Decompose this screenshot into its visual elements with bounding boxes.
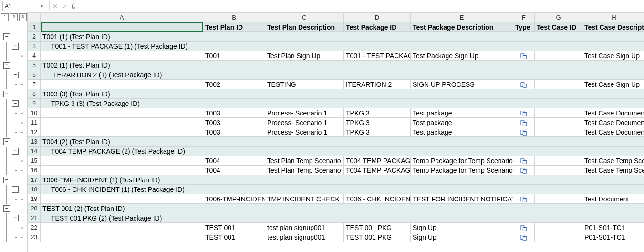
row-header[interactable]: 21 bbox=[28, 213, 41, 223]
cell[interactable]: T001 bbox=[203, 51, 265, 61]
cell[interactable] bbox=[535, 223, 582, 232]
cell[interactable]: TMP INCIDENT CHECK bbox=[265, 194, 344, 204]
cell[interactable]: Process- Scenario 1 bbox=[265, 118, 344, 127]
cell[interactable]: T004 bbox=[203, 156, 265, 166]
cell[interactable] bbox=[41, 232, 203, 242]
col-header-a[interactable]: A bbox=[41, 13, 203, 22]
row-header[interactable]: 4 bbox=[28, 51, 41, 61]
group-row[interactable]: T003 (3) (Test Plan ID) bbox=[41, 89, 644, 99]
cell[interactable]: TESTING bbox=[265, 80, 344, 89]
row-header[interactable]: 13 bbox=[28, 137, 41, 147]
row-header[interactable]: 5 bbox=[28, 61, 41, 70]
cell[interactable]: Test Case Temp Sce bbox=[582, 166, 644, 175]
col-header-g[interactable]: G bbox=[535, 13, 582, 22]
cell[interactable]: Test Case Documen bbox=[582, 127, 644, 137]
worksheet-grid[interactable]: ABCDEFGH1Test Plan IDTest Plan Descripti… bbox=[28, 12, 644, 252]
header-cell-f[interactable]: Type bbox=[513, 22, 535, 32]
outline-collapse-icon[interactable]: − bbox=[3, 177, 10, 183]
col-header-d[interactable]: D bbox=[344, 13, 411, 22]
cell[interactable]: Test Case Documen bbox=[582, 118, 644, 127]
row-header[interactable]: 6 bbox=[28, 70, 41, 80]
row-header[interactable]: 3 bbox=[28, 42, 41, 51]
col-header-c[interactable]: C bbox=[265, 13, 344, 22]
cell[interactable]: TEST 001 bbox=[203, 232, 265, 242]
cell[interactable]: P01-S01-TC1 bbox=[582, 232, 644, 242]
row-header[interactable]: 1 bbox=[28, 22, 41, 32]
type-icon[interactable] bbox=[513, 166, 535, 175]
outline-collapse-icon[interactable]: − bbox=[3, 62, 10, 69]
type-icon[interactable] bbox=[513, 223, 535, 232]
row-header[interactable]: 16 bbox=[28, 166, 41, 175]
row-header[interactable]: 8 bbox=[28, 89, 41, 99]
cell[interactable]: TEST 001 bbox=[203, 223, 265, 232]
cell[interactable]: Test Case Documen bbox=[582, 108, 644, 118]
cell[interactable]: Temp Package for Temp Scenario bbox=[411, 156, 513, 166]
cell[interactable] bbox=[41, 118, 203, 127]
col-header-h[interactable]: H bbox=[582, 13, 644, 22]
cell[interactable]: TEST 001 PKG bbox=[344, 223, 411, 232]
fx-icon[interactable]: fx bbox=[72, 2, 75, 10]
row-header[interactable]: 15 bbox=[28, 156, 41, 166]
cell[interactable]: P01-S01-TC1 bbox=[582, 223, 644, 232]
type-icon[interactable] bbox=[513, 127, 535, 137]
type-icon[interactable] bbox=[513, 80, 535, 89]
cell[interactable]: Test Plan Temp Scenario bbox=[265, 156, 344, 166]
group-row[interactable]: T004 (2) (Test Plan ID) bbox=[41, 137, 644, 147]
cell[interactable]: T004 bbox=[203, 166, 265, 175]
outline-collapse-icon[interactable]: − bbox=[12, 72, 19, 78]
type-icon[interactable] bbox=[513, 232, 535, 242]
cell[interactable] bbox=[41, 108, 203, 118]
cell[interactable]: T006 - CHK INCIDENT bbox=[344, 194, 411, 204]
chevron-down-icon[interactable]: ▼ bbox=[40, 4, 44, 9]
header-cell-h[interactable]: Test Case Descriptio bbox=[582, 22, 644, 32]
enter-icon[interactable]: ✓ bbox=[60, 2, 70, 10]
cancel-icon[interactable]: ✕ bbox=[51, 2, 60, 10]
cell[interactable] bbox=[535, 80, 582, 89]
cell[interactable]: T002 bbox=[203, 80, 265, 89]
outline-collapse-icon[interactable]: − bbox=[12, 215, 19, 221]
cell[interactable]: Test Case Sign Up bbox=[582, 80, 644, 89]
cell[interactable]: TEST FOR INCIDENT NOTIFICATION bbox=[411, 194, 513, 204]
outline-collapse-icon[interactable]: − bbox=[3, 91, 10, 97]
type-icon[interactable] bbox=[513, 156, 535, 166]
row-header[interactable]: 9 bbox=[28, 99, 41, 108]
cell[interactable]: T004 TEMP PACKAGE bbox=[344, 156, 411, 166]
cell[interactable] bbox=[41, 194, 203, 204]
cell[interactable] bbox=[535, 166, 582, 175]
cell[interactable] bbox=[535, 127, 582, 137]
formula-input[interactable] bbox=[77, 1, 644, 11]
name-box[interactable]: A1 ▼ bbox=[2, 1, 46, 11]
cell[interactable] bbox=[535, 194, 582, 204]
cell[interactable]: T003 bbox=[203, 118, 265, 127]
cell[interactable]: Test Plan Temp Scenario bbox=[265, 166, 344, 175]
type-icon[interactable] bbox=[513, 118, 535, 127]
header-cell-b[interactable]: Test Plan ID bbox=[203, 22, 265, 32]
header-cell-d[interactable]: Test Package ID bbox=[344, 22, 411, 32]
row-header[interactable]: 18 bbox=[28, 185, 41, 194]
row-header[interactable]: 14 bbox=[28, 147, 41, 156]
row-header[interactable]: 17 bbox=[28, 175, 41, 185]
cell[interactable]: Process- Scenario 1 bbox=[265, 108, 344, 118]
cell[interactable]: Test Document bbox=[582, 194, 644, 204]
outline-collapse-icon[interactable]: − bbox=[3, 205, 10, 212]
row-header[interactable]: 11 bbox=[28, 118, 41, 127]
type-icon[interactable] bbox=[513, 194, 535, 204]
subgroup-row[interactable]: TEST 001 PKG (2) (Test Package ID) bbox=[41, 213, 644, 223]
col-header-b[interactable]: B bbox=[203, 13, 265, 22]
outline-collapse-icon[interactable]: − bbox=[12, 148, 19, 155]
cell[interactable]: TEST 001 PKG bbox=[344, 232, 411, 242]
cell[interactable]: TPKG 3 bbox=[344, 127, 411, 137]
header-cell-e[interactable]: Test Package Description bbox=[411, 22, 513, 32]
row-header[interactable]: 20 bbox=[28, 204, 41, 213]
header-cell-g[interactable]: Test Case ID bbox=[535, 22, 582, 32]
outline-collapse-icon[interactable]: − bbox=[3, 138, 10, 145]
cell[interactable] bbox=[535, 51, 582, 61]
cell[interactable]: test plan signup001 bbox=[265, 232, 344, 242]
cell[interactable]: Sign Up bbox=[411, 232, 513, 242]
subgroup-row[interactable]: T006 - CHK INCIDENT (1) (Test Package ID… bbox=[41, 185, 644, 194]
group-row[interactable]: T002 (1) (Test Plan ID) bbox=[41, 61, 644, 70]
subgroup-row[interactable]: ITERARTION 2 (1) (Test Package ID) bbox=[41, 70, 644, 80]
cell[interactable]: Test Package Sign Up bbox=[411, 51, 513, 61]
cell[interactable] bbox=[535, 232, 582, 242]
cell[interactable]: TPKG 3 bbox=[344, 108, 411, 118]
